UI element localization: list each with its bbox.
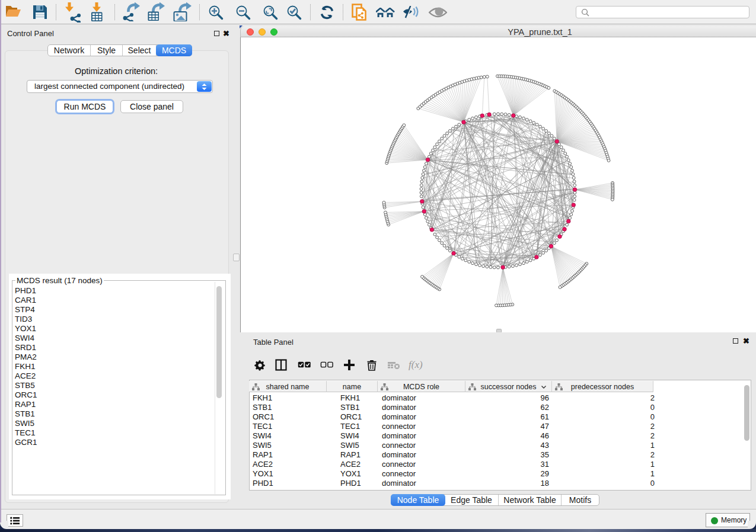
svg-text:f(x): f(x) <box>409 359 423 370</box>
